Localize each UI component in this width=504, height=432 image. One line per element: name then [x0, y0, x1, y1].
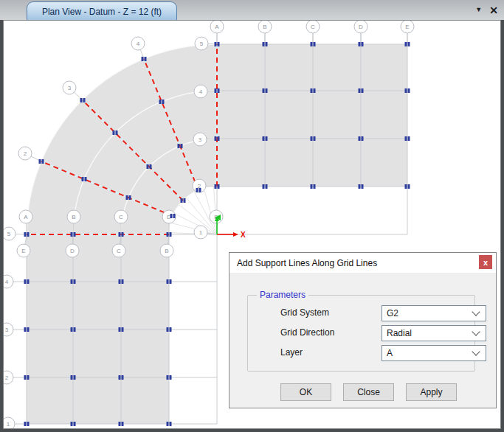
support-marker[interactable] — [145, 57, 147, 61]
support-marker[interactable] — [181, 198, 183, 203]
support-marker[interactable] — [359, 136, 361, 141]
support-marker[interactable] — [167, 422, 169, 426]
apply-button[interactable]: Apply — [406, 383, 457, 401]
support-marker[interactable] — [196, 188, 199, 192]
support-marker[interactable] — [362, 184, 364, 189]
support-marker[interactable] — [24, 279, 27, 284]
support-marker[interactable] — [122, 422, 124, 426]
support-marker[interactable] — [263, 184, 265, 189]
support-marker[interactable] — [405, 136, 407, 141]
support-marker[interactable] — [122, 375, 124, 380]
support-marker[interactable] — [359, 42, 361, 46]
support-marker[interactable] — [122, 232, 124, 237]
support-marker[interactable] — [113, 130, 115, 135]
support-marker[interactable] — [27, 327, 30, 332]
support-marker[interactable] — [159, 100, 162, 104]
support-marker[interactable] — [170, 422, 172, 426]
support-marker[interactable] — [122, 327, 124, 332]
support-marker[interactable] — [119, 232, 121, 237]
support-marker[interactable] — [170, 327, 172, 332]
support-marker[interactable] — [129, 195, 131, 200]
close-button[interactable]: Close — [343, 383, 394, 401]
plan-view-canvas[interactable]: ABCDE5432143254321ABCDEEDCBX Add Support… — [3, 20, 501, 429]
support-marker[interactable] — [215, 88, 217, 93]
support-marker[interactable] — [408, 136, 410, 141]
support-marker[interactable] — [218, 136, 220, 141]
window-menu-dropdown-icon[interactable]: ▼ — [475, 7, 482, 13]
support-marker[interactable] — [74, 279, 76, 284]
support-marker[interactable] — [24, 422, 27, 426]
ok-button[interactable]: OK — [280, 383, 331, 401]
support-marker[interactable] — [181, 144, 183, 148]
support-marker[interactable] — [71, 279, 73, 284]
support-marker[interactable] — [167, 232, 169, 237]
support-marker[interactable] — [71, 422, 73, 426]
support-marker[interactable] — [74, 327, 76, 332]
support-marker[interactable] — [314, 136, 316, 141]
support-marker[interactable] — [263, 136, 265, 141]
support-marker[interactable] — [170, 232, 172, 237]
support-marker[interactable] — [162, 100, 165, 104]
support-marker[interactable] — [27, 279, 30, 284]
support-marker[interactable] — [119, 327, 121, 332]
support-marker[interactable] — [362, 136, 364, 141]
slab-region[interactable] — [217, 44, 407, 187]
support-marker[interactable] — [266, 88, 268, 93]
support-marker[interactable] — [311, 42, 313, 46]
support-marker[interactable] — [405, 42, 407, 46]
support-marker[interactable] — [167, 279, 169, 284]
support-marker[interactable] — [42, 159, 44, 164]
support-marker[interactable] — [314, 42, 316, 46]
support-marker[interactable] — [311, 136, 313, 141]
support-marker[interactable] — [119, 422, 121, 426]
support-marker[interactable] — [314, 184, 316, 189]
support-marker[interactable] — [167, 375, 169, 380]
grid-direction-combobox[interactable]: Radial — [382, 325, 486, 341]
support-marker[interactable] — [142, 57, 144, 61]
support-marker[interactable] — [178, 144, 180, 148]
support-marker[interactable] — [408, 184, 410, 189]
support-marker[interactable] — [311, 184, 313, 189]
support-marker[interactable] — [80, 98, 83, 102]
support-marker[interactable] — [24, 232, 27, 237]
support-marker[interactable] — [122, 279, 124, 284]
support-marker[interactable] — [215, 136, 217, 141]
support-marker[interactable] — [27, 375, 30, 380]
support-marker[interactable] — [405, 184, 407, 189]
support-marker[interactable] — [27, 232, 30, 237]
support-marker[interactable] — [311, 88, 313, 93]
support-marker[interactable] — [218, 42, 220, 46]
support-marker[interactable] — [39, 159, 41, 164]
support-marker[interactable] — [218, 184, 220, 189]
support-marker[interactable] — [74, 232, 76, 237]
support-marker[interactable] — [359, 88, 361, 93]
support-marker[interactable] — [215, 42, 217, 46]
support-marker[interactable] — [74, 375, 76, 380]
support-marker[interactable] — [362, 88, 364, 93]
support-marker[interactable] — [147, 164, 149, 169]
support-marker[interactable] — [71, 327, 73, 332]
support-marker[interactable] — [184, 198, 186, 203]
support-marker[interactable] — [362, 42, 364, 46]
support-marker[interactable] — [119, 279, 121, 284]
support-marker[interactable] — [170, 214, 173, 218]
support-marker[interactable] — [27, 422, 30, 426]
layer-combobox[interactable]: A — [382, 345, 486, 361]
grid-system-combobox[interactable]: G2 — [382, 305, 486, 321]
support-marker[interactable] — [405, 88, 407, 93]
support-marker[interactable] — [116, 130, 118, 135]
support-marker[interactable] — [83, 98, 86, 102]
support-marker[interactable] — [408, 88, 410, 93]
support-marker[interactable] — [199, 188, 201, 192]
support-marker[interactable] — [82, 177, 84, 181]
support-marker[interactable] — [266, 184, 268, 189]
support-marker[interactable] — [215, 184, 217, 189]
support-marker[interactable] — [408, 42, 410, 46]
view-tab[interactable]: Plan View - Datum - Z = 12 (ft) — [27, 1, 177, 21]
support-marker[interactable] — [71, 375, 73, 380]
support-marker[interactable] — [167, 327, 169, 332]
support-marker[interactable] — [170, 375, 172, 380]
support-marker[interactable] — [263, 42, 265, 46]
window-close-icon[interactable]: ✕ — [489, 5, 498, 15]
support-marker[interactable] — [266, 42, 268, 46]
